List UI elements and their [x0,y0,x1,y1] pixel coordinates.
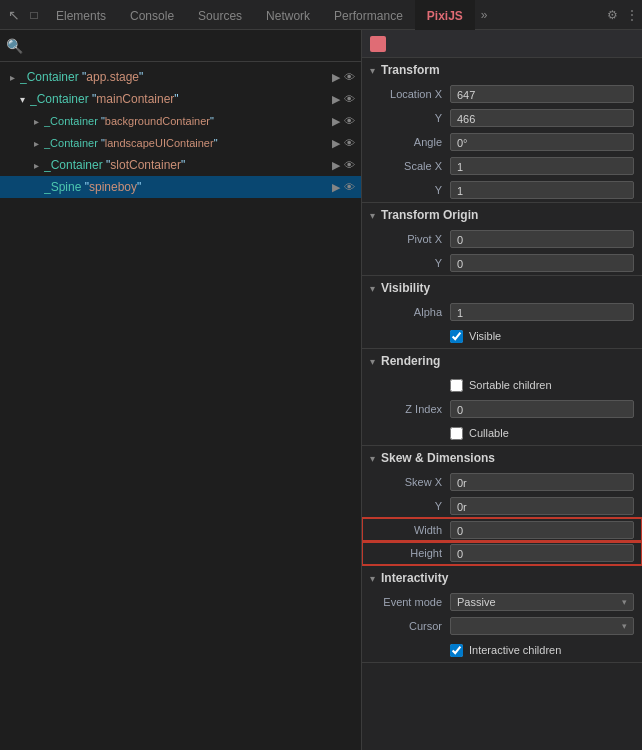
prop-value-height[interactable]: 0 [450,544,634,562]
prop-value-zindex[interactable]: 0 [450,400,634,418]
tab-performance[interactable]: Performance [322,0,415,30]
tree-item-backgroundcontainer[interactable]: ▸ _Container "backgroundContainer" ▶ 👁 [0,110,361,132]
tree-content: ▸ _Container "app.stage" ▶ 👁 ▾ _Containe… [0,62,361,750]
tree-label: _Container "backgroundContainer" [44,115,332,127]
tree-item-appstage[interactable]: ▸ _Container "app.stage" ▶ 👁 [0,66,361,88]
section-rendering-header[interactable]: ▾ Rendering [362,349,642,373]
tree-icons: ▶ 👁 [332,159,355,172]
tree-eye-icon[interactable]: 👁 [344,137,355,149]
prop-value-pivot-x[interactable]: 0 [450,230,634,248]
tree-arrow[interactable]: ▸ [28,157,44,173]
tab-network[interactable]: Network [254,0,322,30]
prop-label: Width [370,524,450,536]
cursor-dropdown[interactable]: ▾ [450,617,634,635]
visible-checkbox[interactable] [450,330,463,343]
section-transform: ▾ Transform Location X 647 Y 466 Angle 0… [362,58,642,203]
tree-icons: ▶ 👁 [332,71,355,84]
section-visibility-header[interactable]: ▾ Visibility [362,276,642,300]
tree-play-icon[interactable]: ▶ [332,137,340,150]
tab-pixijs[interactable]: PixiJS [415,0,475,30]
sortable-children-checkbox[interactable] [450,379,463,392]
more-tabs-button[interactable]: » [475,8,494,22]
tree-eye-icon[interactable]: 👁 [344,93,355,105]
section-transform-header[interactable]: ▾ Transform [362,58,642,82]
search-input[interactable] [27,39,355,53]
prop-value-scale-y[interactable]: 1 [450,181,634,199]
prop-scale-y: Y 1 [362,178,642,202]
prop-value-location-y[interactable]: 466 [450,109,634,127]
tab-sources[interactable]: Sources [186,0,254,30]
tree-icons: ▶ 👁 [332,93,355,106]
section-transform-origin-header[interactable]: ▾ Transform Origin [362,203,642,227]
prop-value-skew-y[interactable]: 0r [450,497,634,515]
section-skew-dimensions: ▾ Skew & Dimensions Skew X 0r Y 0r Width… [362,446,642,566]
prop-label: Y [370,112,450,124]
dropdown-arrow-icon: ▾ [622,597,627,607]
prop-label: Z Index [370,403,450,415]
prop-value-width[interactable]: 0 [450,521,634,539]
prop-cursor: Cursor ▾ [362,614,642,638]
more-options-icon[interactable]: ⋮ [626,8,638,22]
prop-value-location-x[interactable]: 647 [450,85,634,103]
prop-location-y: Y 466 [362,106,642,130]
prop-value-scale-x[interactable]: 1 [450,157,634,175]
prop-skew-x: Skew X 0r [362,470,642,494]
tree-icons: ▶ 👁 [332,137,355,150]
right-panel: ▾ Transform Location X 647 Y 466 Angle 0… [362,30,642,750]
tree-play-icon[interactable]: ▶ [332,71,340,84]
event-mode-dropdown[interactable]: Passive ▾ [450,593,634,611]
cursor-icon[interactable]: ↖ [4,5,24,25]
tree-label: _Container "mainContainer" [30,92,332,106]
chevron-down-icon: ▾ [370,283,375,294]
cullable-label: Cullable [469,427,509,439]
prop-label: Alpha [370,306,450,318]
prop-alpha: Alpha 1 [362,300,642,324]
prop-label: Event mode [370,596,450,608]
tree-arrow[interactable]: ▸ [28,113,44,129]
tree-eye-icon[interactable]: 👁 [344,115,355,127]
prop-value-pivot-y[interactable]: 0 [450,254,634,272]
tree-eye-icon[interactable]: 👁 [344,181,355,193]
tree-item-spineboy[interactable]: _Spine "spineboy" ▶ 👁 [0,176,361,198]
chevron-down-icon: ▾ [370,65,375,76]
event-mode-value: Passive [457,596,622,608]
sortable-children-label: Sortable children [469,379,552,391]
section-interactivity-header[interactable]: ▾ Interactivity [362,566,642,590]
prop-value-skew-x[interactable]: 0r [450,473,634,491]
tree-play-icon[interactable]: ▶ [332,115,340,128]
box-icon[interactable]: □ [24,5,44,25]
tree-eye-icon[interactable]: 👁 [344,159,355,171]
tree-arrow[interactable]: ▸ [28,135,44,151]
tree-item-maincontainer[interactable]: ▾ _Container "mainContainer" ▶ 👁 [0,88,361,110]
tree-icons: ▶ 👁 [332,181,355,194]
tree-item-landscapeuicontainer[interactable]: ▸ _Container "landscapeUIContainer" ▶ 👁 [0,132,361,154]
tree-arrow[interactable]: ▾ [14,91,30,107]
main-content: 🔍 ▸ _Container "app.stage" ▶ 👁 ▾ [0,30,642,750]
tree-icons: ▶ 👁 [332,115,355,128]
chevron-down-icon: ▾ [370,573,375,584]
prop-value-angle[interactable]: 0° [450,133,634,151]
prop-angle: Angle 0° [362,130,642,154]
prop-label: Location X [370,88,450,100]
settings-icon[interactable]: ⚙ [607,8,618,22]
tree-arrow[interactable]: ▸ [4,69,20,85]
interactive-children-checkbox[interactable] [450,644,463,657]
tree-eye-icon[interactable]: 👁 [344,71,355,83]
visible-checkbox-row: Visible [362,324,642,348]
tree-play-icon[interactable]: ▶ [332,93,340,106]
prop-label: Angle [370,136,450,148]
tree-label: _Spine "spineboy" [44,180,332,194]
prop-value-alpha[interactable]: 1 [450,303,634,321]
section-rendering-title: Rendering [381,354,440,368]
section-transform-origin: ▾ Transform Origin Pivot X 0 Y 0 [362,203,642,276]
cullable-checkbox[interactable] [450,427,463,440]
tab-bar: ↖ □ Elements Console Sources Network Per… [0,0,642,30]
section-skew-dimensions-header[interactable]: ▾ Skew & Dimensions [362,446,642,470]
tree-item-slotcontainer[interactable]: ▸ _Container "slotContainer" ▶ 👁 [0,154,361,176]
section-transform-origin-title: Transform Origin [381,208,478,222]
tab-console[interactable]: Console [118,0,186,30]
tree-play-icon[interactable]: ▶ [332,181,340,194]
tab-elements[interactable]: Elements [44,0,118,30]
tree-play-icon[interactable]: ▶ [332,159,340,172]
prop-label: Y [370,500,450,512]
